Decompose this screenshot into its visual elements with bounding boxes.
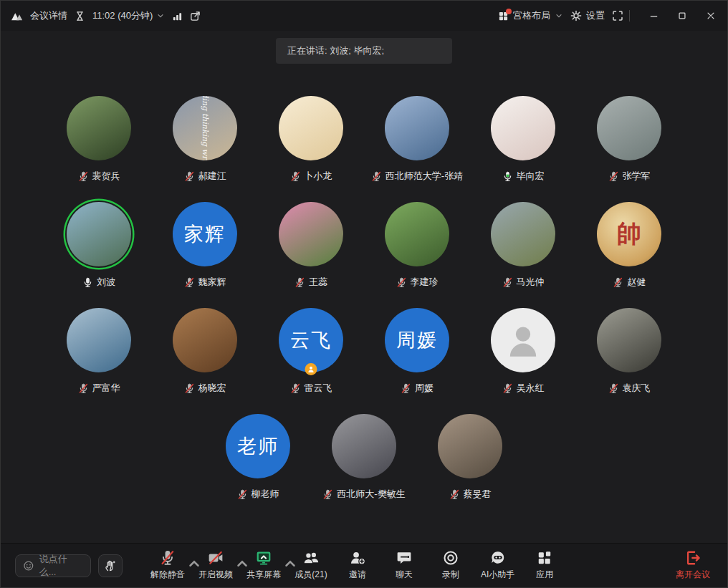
camera-muted-icon	[208, 550, 224, 566]
mic-muted-icon	[449, 489, 460, 500]
ai-button[interactable]: AI小助手	[477, 550, 518, 581]
invite-icon	[350, 550, 365, 566]
participant-avatar: 老师	[226, 414, 290, 478]
meeting-details-button[interactable]: 会议详情	[30, 9, 67, 22]
members-button[interactable]: 成员(21)	[291, 550, 331, 581]
leave-meeting-label: 离开会议	[676, 569, 710, 581]
chat-label: 聊天	[396, 569, 413, 581]
unmute-label: 解除静音	[150, 569, 185, 581]
participant-tile[interactable]: 王蕊	[258, 202, 364, 289]
participant-name: 裴贺兵	[92, 170, 120, 183]
unmute-caret-up-icon[interactable]	[186, 556, 193, 563]
participant-name: 严富华	[92, 382, 120, 395]
mic-muted-icon	[184, 277, 195, 288]
participant-tile[interactable]: 袁庆飞	[576, 308, 682, 395]
quick-chat-input[interactable]: 说点什么...	[15, 554, 91, 577]
mic-muted-icon	[160, 550, 176, 566]
participant-tile[interactable]: 西北师大-樊敏生	[311, 414, 417, 501]
leave-meeting-button[interactable]: 离开会议	[673, 550, 713, 581]
participant-avatar: 帥	[597, 202, 661, 266]
settings-label: 设置	[586, 9, 605, 22]
record-icon	[443, 550, 459, 566]
mic-muted-icon	[396, 277, 407, 288]
participant-avatar	[491, 308, 555, 372]
participant-tile[interactable]: 卜小龙	[258, 96, 364, 183]
mic-muted-icon	[608, 171, 619, 182]
toolbar-buttons: 解除静音 开启视频 共享屏幕 成员(21) 邀请 聊天 录制 AI小助手 应用	[147, 550, 565, 581]
mic-muted-icon	[290, 383, 301, 394]
participant-tile[interactable]: 帥 赵健	[576, 202, 682, 289]
titlebar-divider	[629, 10, 630, 21]
record-button[interactable]: 录制	[431, 550, 471, 581]
leave-meeting-icon	[685, 550, 701, 566]
video-caret-up-icon[interactable]	[234, 556, 241, 563]
record-label: 录制	[442, 569, 459, 581]
avatar-text: 老师	[237, 433, 279, 459]
participant-row: 老师 柳老师 西北师大-樊敏生 蔡旻君	[46, 414, 682, 501]
participant-name: 张学军	[623, 170, 651, 183]
participant-avatar-photo	[491, 96, 555, 160]
mic-muted-icon	[322, 489, 333, 500]
participant-tile[interactable]: 家辉 魏家辉	[152, 202, 258, 289]
participant-tile[interactable]: 刘波	[46, 202, 152, 289]
participant-tile[interactable]: 严富华	[46, 308, 152, 395]
participant-tile[interactable]: 杨晓宏	[152, 308, 258, 395]
participant-tile[interactable]: 张学军	[576, 96, 682, 183]
mic-muted-icon	[608, 383, 619, 394]
participant-name: 柳老师	[252, 488, 279, 501]
minimize-button[interactable]	[643, 6, 664, 26]
participant-row: 裴贺兵 reading thinking writing 郝建江 卜小龙 西北师…	[46, 96, 682, 183]
participant-tile[interactable]: reading thinking writing 郝建江	[152, 96, 258, 183]
participant-tile[interactable]: 李建珍	[364, 202, 470, 289]
participant-name: 周媛	[415, 382, 434, 395]
chat-button[interactable]: 聊天	[384, 550, 424, 581]
participant-avatar-photo	[173, 308, 237, 372]
settings-button[interactable]: 设置	[570, 9, 605, 22]
timer-chevron-down-icon[interactable]	[156, 11, 165, 20]
mic-muted-icon	[401, 383, 411, 394]
video-label: 开启视频	[198, 569, 233, 581]
participant-name: 赵健	[627, 276, 646, 289]
participant-tile[interactable]: 吴永红	[470, 308, 576, 395]
unmute-button[interactable]: 解除静音	[147, 550, 188, 581]
badge-person-icon	[307, 365, 315, 373]
maximize-button[interactable]	[671, 6, 693, 26]
participant-avatar-photo	[385, 96, 449, 160]
participant-tile[interactable]: 裴贺兵	[46, 96, 152, 183]
apps-button[interactable]: 应用	[525, 550, 565, 581]
emoji-icon[interactable]	[23, 560, 34, 572]
avatar-role-badge	[305, 363, 317, 375]
members-icon	[303, 550, 319, 566]
video-button[interactable]: 开启视频	[195, 550, 236, 581]
participant-tile[interactable]: 马光仲	[470, 202, 576, 289]
close-button[interactable]	[700, 6, 722, 26]
participant-avatar-photo	[385, 202, 449, 266]
participant-row: 刘波 家辉 魏家辉 王蕊 李建珍 马光仲	[46, 202, 682, 289]
participant-avatar-photo	[491, 202, 555, 266]
ai-assistant-icon	[490, 550, 506, 566]
share-caret-up-icon[interactable]	[282, 556, 289, 563]
popout-window-icon[interactable]	[190, 11, 201, 21]
participant-tile[interactable]: 蔡旻君	[417, 414, 523, 501]
mic-muted-icon	[613, 277, 623, 288]
participant-tile[interactable]: 毕向宏	[470, 96, 576, 183]
raise-hand-button[interactable]	[98, 554, 123, 577]
participant-tile[interactable]: 周媛 周媛	[364, 308, 470, 395]
participant-name: 李建珍	[411, 276, 439, 289]
participant-avatar-photo	[438, 414, 502, 478]
meeting-window: 会议详情 11:02 (40分钟) 宫格布局 设置	[0, 0, 728, 588]
share-screen-icon	[256, 550, 272, 566]
participant-tile[interactable]: 云飞 雷云飞	[258, 308, 364, 395]
participant-name: 王蕊	[309, 276, 327, 289]
layout-button[interactable]: 宫格布局	[498, 9, 563, 22]
mic-muted-icon	[78, 171, 89, 182]
participant-tile[interactable]: 西北师范大学-张靖	[364, 96, 470, 183]
fullscreen-icon[interactable]	[612, 10, 623, 21]
invite-button[interactable]: 邀请	[337, 550, 378, 581]
participant-tile[interactable]: 老师 柳老师	[205, 414, 311, 501]
participant-name: 雷云飞	[305, 382, 332, 395]
share-button[interactable]: 共享屏幕	[243, 550, 284, 581]
mic-muted-icon	[184, 171, 195, 182]
network-signal-icon[interactable]	[172, 11, 183, 21]
members-label: 成员(21)	[294, 569, 327, 581]
